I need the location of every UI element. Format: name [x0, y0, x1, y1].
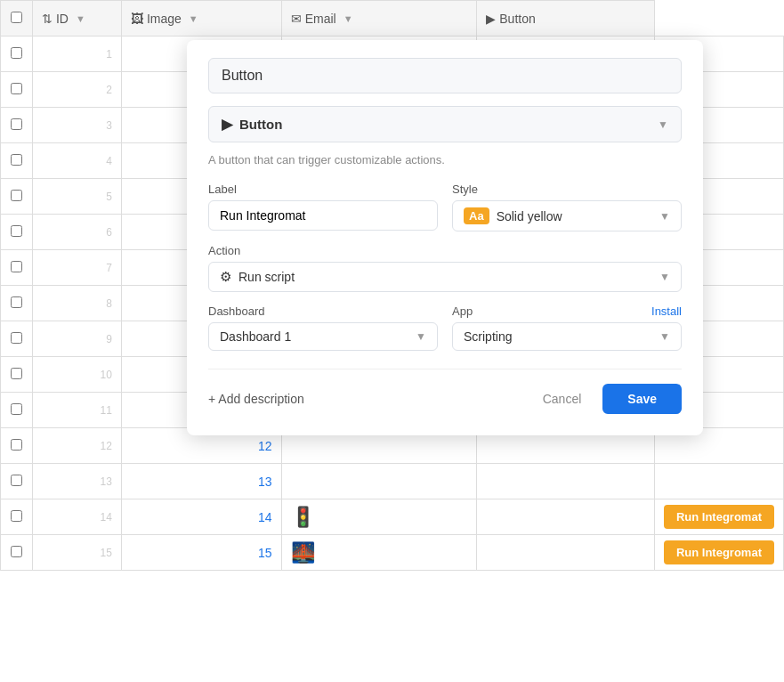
row-number: 14 — [32, 499, 121, 535]
type-selector[interactable]: ▶ Button ▼ — [208, 106, 682, 142]
email-column-header[interactable]: ✉ Email ▼ — [281, 1, 477, 37]
row-checkbox[interactable] — [11, 296, 22, 308]
app-chevron-icon: ▼ — [659, 330, 670, 343]
script-icon: ⚙︎ — [220, 269, 231, 285]
row-button-cell: Run Integromat — [654, 499, 783, 535]
label-style-row: Label Style Aa Solid yellow ▼ — [208, 183, 682, 231]
table-row: 1414🚦Run Integromat — [1, 499, 784, 535]
row-number: 5 — [32, 179, 121, 215]
app-select-wrapper[interactable]: Scripting ▼ — [452, 322, 682, 351]
style-badge: Aa — [464, 207, 489, 224]
dashboard-select-wrapper[interactable]: Dashboard 1 ▼ — [208, 322, 438, 351]
row-email — [477, 464, 655, 499]
action-chevron-icon: ▼ — [659, 271, 670, 283]
button-label-input[interactable] — [208, 200, 438, 231]
image-column-header[interactable]: 🖼 Image ▼ — [121, 1, 281, 37]
select-all-checkbox[interactable] — [11, 12, 22, 23]
email-col-icon: ✉ — [291, 12, 302, 26]
row-number: 10 — [32, 357, 121, 393]
table-container: ⇅ ID ▼ 🖼 Image ▼ ✉ Email — [0, 0, 784, 682]
dashboard-group: Dashboard Dashboard 1 ▼ — [208, 304, 438, 351]
button-field-dialog: ▶ Button ▼ A button that can trigger cus… — [187, 40, 703, 435]
dashboard-selected-value: Dashboard 1 — [220, 329, 291, 344]
cancel-button[interactable]: Cancel — [530, 385, 594, 413]
row-number: 4 — [32, 143, 121, 179]
style-selected-value: Solid yellow — [497, 209, 562, 223]
id-column-label: ID — [56, 12, 69, 26]
app-selected-value: Scripting — [464, 329, 512, 344]
run-integromat-button[interactable]: Run Integromat — [664, 540, 774, 564]
dialog-footer: + Add description Cancel Save — [208, 369, 682, 414]
id-column-header[interactable]: ⇅ ID ▼ — [32, 1, 121, 37]
style-select-wrapper[interactable]: Aa Solid yellow ▼ — [452, 200, 682, 231]
row-checkbox[interactable] — [11, 475, 22, 486]
row-checkbox[interactable] — [11, 368, 22, 379]
app-group: App Install Scripting ▼ — [452, 304, 682, 351]
row-checkbox[interactable] — [11, 225, 22, 237]
button-col-icon: ▶ — [486, 12, 496, 26]
action-section: Action ⚙︎ Run script ▼ — [208, 244, 682, 292]
type-chevron-icon: ▼ — [658, 118, 668, 131]
row-checkbox[interactable] — [11, 439, 22, 451]
row-checkbox[interactable] — [11, 83, 22, 94]
row-number: 8 — [32, 286, 121, 321]
row-number: 3 — [32, 108, 121, 143]
row-image: 🚦 — [281, 499, 477, 535]
action-select-wrapper[interactable]: ⚙︎ Run script ▼ — [208, 262, 682, 292]
row-image — [281, 464, 477, 499]
button-column-header[interactable]: ▶ Button — [477, 1, 655, 37]
id-sort-chevron: ▼ — [76, 13, 85, 24]
style-group: Style Aa Solid yellow ▼ — [452, 183, 682, 231]
row-checkbox[interactable] — [11, 546, 22, 557]
run-integromat-button[interactable]: Run Integromat — [664, 505, 774, 529]
row-email — [477, 499, 655, 535]
row-checkbox[interactable] — [11, 47, 22, 59]
row-checkbox[interactable] — [11, 403, 22, 415]
table-row: 1313 — [1, 464, 784, 499]
row-checkbox[interactable] — [11, 154, 22, 166]
action-selected-value: Run script — [238, 270, 295, 284]
row-id: 14 — [121, 499, 281, 535]
email-filter-icon[interactable]: ▼ — [344, 13, 353, 24]
dashboard-app-row: Dashboard Dashboard 1 ▼ App Install Scri… — [208, 304, 682, 351]
style-chevron-icon: ▼ — [659, 210, 670, 223]
footer-actions: Cancel Save — [530, 384, 682, 414]
row-number: 1 — [32, 37, 121, 72]
dashboard-field-label: Dashboard — [208, 304, 438, 318]
row-button-cell: Run Integromat — [654, 535, 783, 571]
row-checkbox[interactable] — [11, 332, 22, 344]
row-number: 6 — [32, 215, 121, 250]
image-column-label: Image — [147, 12, 182, 26]
field-description: A button that can trigger customizable a… — [208, 153, 682, 166]
install-link[interactable]: Install — [651, 304, 682, 318]
row-number: 12 — [32, 428, 121, 464]
cursor-icon: ▶ — [222, 116, 232, 133]
row-checkbox[interactable] — [11, 510, 22, 522]
image-filter-icon[interactable]: ▼ — [189, 13, 198, 24]
table-row: 1515🌉Run Integromat — [1, 535, 784, 571]
save-button[interactable]: Save — [602, 384, 682, 414]
app-field-label: App — [452, 304, 473, 318]
email-column-label: Email — [305, 12, 336, 26]
row-checkbox[interactable] — [11, 190, 22, 201]
row-number: 7 — [32, 250, 121, 286]
row-checkbox[interactable] — [11, 261, 22, 272]
row-id: 13 — [121, 464, 281, 499]
style-field-label: Style — [452, 183, 682, 196]
checkbox-header[interactable] — [1, 1, 33, 37]
image-col-icon: 🖼 — [131, 12, 143, 26]
add-description-button[interactable]: + Add description — [208, 392, 304, 406]
action-field-label: Action — [208, 244, 682, 257]
sort-icon: ⇅ — [42, 12, 53, 26]
row-email — [477, 535, 655, 571]
label-group: Label — [208, 183, 438, 231]
row-number: 13 — [32, 464, 121, 499]
row-number: 11 — [32, 393, 121, 428]
row-id: 15 — [121, 535, 281, 571]
button-column-label: Button — [499, 12, 535, 26]
field-name-input[interactable] — [208, 58, 682, 93]
dashboard-chevron-icon: ▼ — [416, 330, 426, 343]
row-checkbox[interactable] — [11, 118, 22, 130]
row-number: 9 — [32, 321, 121, 357]
type-label: Button — [239, 117, 282, 132]
